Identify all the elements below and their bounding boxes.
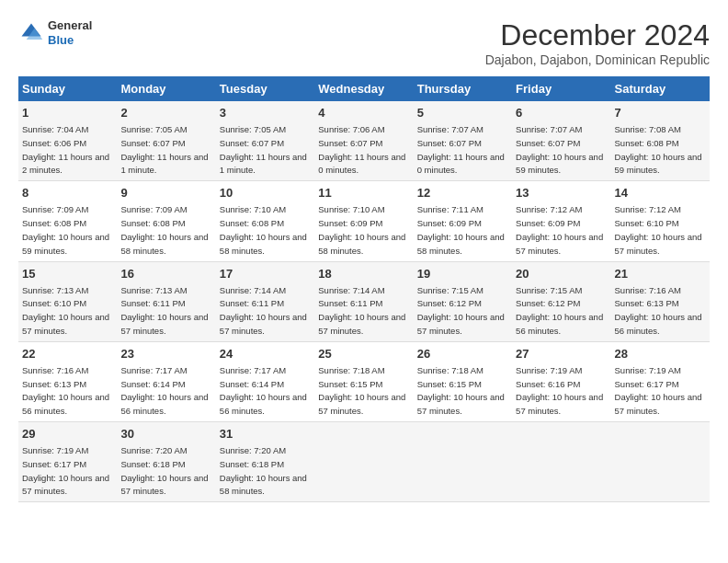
day-number: 6 xyxy=(516,105,607,121)
logo-general: General xyxy=(48,18,92,33)
day-number: 23 xyxy=(120,346,211,362)
calendar-cell: 17 Sunrise: 7:14 AMSunset: 6:11 PMDaylig… xyxy=(216,261,314,341)
day-number: 13 xyxy=(516,185,607,201)
weekday-header-thursday: Thursday xyxy=(414,76,512,101)
day-info: Sunrise: 7:09 AMSunset: 6:08 PMDaylight:… xyxy=(22,204,109,255)
day-info: Sunrise: 7:10 AMSunset: 6:08 PMDaylight:… xyxy=(220,204,307,255)
day-info: Sunrise: 7:12 AMSunset: 6:10 PMDaylight:… xyxy=(615,204,702,255)
calendar-cell: 14 Sunrise: 7:12 AMSunset: 6:10 PMDaylig… xyxy=(611,181,710,261)
calendar-cell: 4 Sunrise: 7:06 AMSunset: 6:07 PMDayligh… xyxy=(314,101,413,181)
day-number: 15 xyxy=(22,266,113,282)
day-number: 14 xyxy=(615,185,706,201)
day-info: Sunrise: 7:17 AMSunset: 6:14 PMDaylight:… xyxy=(220,365,307,416)
day-info: Sunrise: 7:11 AMSunset: 6:09 PMDaylight:… xyxy=(417,204,505,255)
calendar-week-row: 1 Sunrise: 7:04 AMSunset: 6:06 PMDayligh… xyxy=(18,101,710,181)
calendar-cell: 16 Sunrise: 7:13 AMSunset: 6:11 PMDaylig… xyxy=(117,261,215,341)
calendar-cell: 18 Sunrise: 7:14 AMSunset: 6:11 PMDaylig… xyxy=(314,261,413,341)
calendar-cell: 31 Sunrise: 7:20 AMSunset: 6:18 PMDaylig… xyxy=(216,422,314,502)
day-number: 24 xyxy=(220,346,311,362)
calendar-cell xyxy=(414,422,512,502)
day-number: 19 xyxy=(417,266,508,282)
day-info: Sunrise: 7:14 AMSunset: 6:11 PMDaylight:… xyxy=(318,285,405,336)
calendar-cell: 3 Sunrise: 7:05 AMSunset: 6:07 PMDayligh… xyxy=(216,101,314,181)
weekday-header-tuesday: Tuesday xyxy=(216,76,314,101)
day-number: 9 xyxy=(120,185,211,201)
calendar-week-row: 22 Sunrise: 7:16 AMSunset: 6:13 PMDaylig… xyxy=(18,341,710,421)
day-number: 21 xyxy=(615,266,706,282)
calendar-cell: 19 Sunrise: 7:15 AMSunset: 6:12 PMDaylig… xyxy=(414,261,512,341)
calendar-cell: 5 Sunrise: 7:07 AMSunset: 6:07 PMDayligh… xyxy=(414,101,512,181)
day-number: 12 xyxy=(417,185,508,201)
day-info: Sunrise: 7:15 AMSunset: 6:12 PMDaylight:… xyxy=(516,285,603,336)
day-number: 10 xyxy=(220,185,311,201)
day-number: 18 xyxy=(318,266,409,282)
day-info: Sunrise: 7:19 AMSunset: 6:17 PMDaylight:… xyxy=(615,365,702,416)
day-info: Sunrise: 7:13 AMSunset: 6:10 PMDaylight:… xyxy=(22,285,109,336)
weekday-header-sunday: Sunday xyxy=(18,76,117,101)
day-number: 27 xyxy=(516,346,607,362)
day-number: 20 xyxy=(516,266,607,282)
calendar-cell: 7 Sunrise: 7:08 AMSunset: 6:08 PMDayligh… xyxy=(611,101,710,181)
day-number: 4 xyxy=(318,105,409,121)
calendar-cell: 2 Sunrise: 7:05 AMSunset: 6:07 PMDayligh… xyxy=(117,101,215,181)
day-number: 5 xyxy=(417,105,508,121)
logo: General Blue xyxy=(18,18,92,47)
day-info: Sunrise: 7:14 AMSunset: 6:11 PMDaylight:… xyxy=(220,285,307,336)
day-number: 17 xyxy=(220,266,311,282)
month-title: December 2024 xyxy=(485,18,710,52)
calendar-cell: 8 Sunrise: 7:09 AMSunset: 6:08 PMDayligh… xyxy=(18,181,117,261)
calendar-cell: 23 Sunrise: 7:17 AMSunset: 6:14 PMDaylig… xyxy=(117,341,215,421)
day-number: 22 xyxy=(22,346,113,362)
calendar-cell: 9 Sunrise: 7:09 AMSunset: 6:08 PMDayligh… xyxy=(117,181,215,261)
calendar-cell: 21 Sunrise: 7:16 AMSunset: 6:13 PMDaylig… xyxy=(611,261,710,341)
day-number: 26 xyxy=(417,346,508,362)
day-number: 11 xyxy=(318,185,409,201)
title-block: December 2024 Dajabon, Dajabon, Dominica… xyxy=(485,18,710,67)
day-info: Sunrise: 7:16 AMSunset: 6:13 PMDaylight:… xyxy=(615,285,702,336)
day-info: Sunrise: 7:05 AMSunset: 6:07 PMDaylight:… xyxy=(120,124,208,175)
day-info: Sunrise: 7:17 AMSunset: 6:14 PMDaylight:… xyxy=(120,365,208,416)
logo-text: General Blue xyxy=(48,18,92,47)
day-info: Sunrise: 7:09 AMSunset: 6:08 PMDaylight:… xyxy=(120,204,208,255)
calendar-cell xyxy=(512,422,610,502)
weekday-header-friday: Friday xyxy=(512,76,610,101)
day-info: Sunrise: 7:18 AMSunset: 6:15 PMDaylight:… xyxy=(417,365,505,416)
calendar-cell: 28 Sunrise: 7:19 AMSunset: 6:17 PMDaylig… xyxy=(611,341,710,421)
weekday-header-saturday: Saturday xyxy=(611,76,710,101)
day-info: Sunrise: 7:12 AMSunset: 6:09 PMDaylight:… xyxy=(516,204,603,255)
day-number: 31 xyxy=(220,426,311,442)
calendar-cell: 20 Sunrise: 7:15 AMSunset: 6:12 PMDaylig… xyxy=(512,261,610,341)
logo-blue: Blue xyxy=(48,33,92,48)
day-info: Sunrise: 7:19 AMSunset: 6:16 PMDaylight:… xyxy=(516,365,603,416)
calendar-table: SundayMondayTuesdayWednesdayThursdayFrid… xyxy=(18,76,710,502)
calendar-cell: 10 Sunrise: 7:10 AMSunset: 6:08 PMDaylig… xyxy=(216,181,314,261)
day-number: 16 xyxy=(120,266,211,282)
calendar-week-row: 29 Sunrise: 7:19 AMSunset: 6:17 PMDaylig… xyxy=(18,422,710,502)
calendar-cell: 1 Sunrise: 7:04 AMSunset: 6:06 PMDayligh… xyxy=(18,101,117,181)
day-info: Sunrise: 7:15 AMSunset: 6:12 PMDaylight:… xyxy=(417,285,505,336)
day-info: Sunrise: 7:13 AMSunset: 6:11 PMDaylight:… xyxy=(120,285,208,336)
day-info: Sunrise: 7:10 AMSunset: 6:09 PMDaylight:… xyxy=(318,204,405,255)
day-info: Sunrise: 7:06 AMSunset: 6:07 PMDaylight:… xyxy=(318,124,405,175)
calendar-cell: 12 Sunrise: 7:11 AMSunset: 6:09 PMDaylig… xyxy=(414,181,512,261)
calendar-cell: 29 Sunrise: 7:19 AMSunset: 6:17 PMDaylig… xyxy=(18,422,117,502)
calendar-cell: 27 Sunrise: 7:19 AMSunset: 6:16 PMDaylig… xyxy=(512,341,610,421)
day-number: 7 xyxy=(615,105,706,121)
day-info: Sunrise: 7:19 AMSunset: 6:17 PMDaylight:… xyxy=(22,445,109,496)
calendar-cell: 30 Sunrise: 7:20 AMSunset: 6:18 PMDaylig… xyxy=(117,422,215,502)
day-number: 28 xyxy=(615,346,706,362)
day-info: Sunrise: 7:05 AMSunset: 6:07 PMDaylight:… xyxy=(220,124,307,175)
calendar-cell: 15 Sunrise: 7:13 AMSunset: 6:10 PMDaylig… xyxy=(18,261,117,341)
day-number: 2 xyxy=(120,105,211,121)
calendar-week-row: 8 Sunrise: 7:09 AMSunset: 6:08 PMDayligh… xyxy=(18,181,710,261)
calendar-cell: 11 Sunrise: 7:10 AMSunset: 6:09 PMDaylig… xyxy=(314,181,413,261)
calendar-cell: 22 Sunrise: 7:16 AMSunset: 6:13 PMDaylig… xyxy=(18,341,117,421)
day-number: 3 xyxy=(220,105,311,121)
calendar-week-row: 15 Sunrise: 7:13 AMSunset: 6:10 PMDaylig… xyxy=(18,261,710,341)
day-number: 30 xyxy=(120,426,211,442)
day-info: Sunrise: 7:07 AMSunset: 6:07 PMDaylight:… xyxy=(417,124,505,175)
day-number: 8 xyxy=(22,185,113,201)
day-info: Sunrise: 7:20 AMSunset: 6:18 PMDaylight:… xyxy=(120,445,208,496)
location: Dajabon, Dajabon, Dominican Republic xyxy=(485,52,710,67)
day-info: Sunrise: 7:18 AMSunset: 6:15 PMDaylight:… xyxy=(318,365,405,416)
